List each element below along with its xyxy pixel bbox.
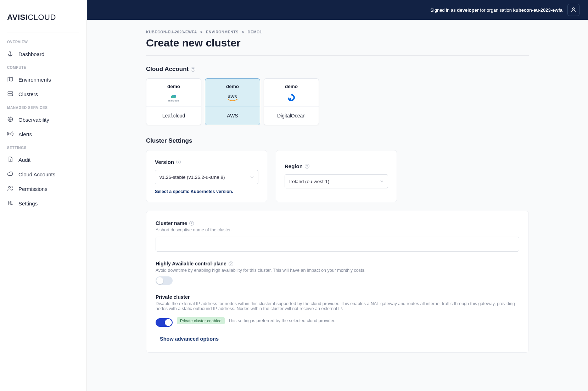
sidebar-group-managed: MANAGED SERVICES [7,106,79,110]
sidebar-item-label: Alerts [18,131,32,137]
user-icon [571,7,576,13]
svg-point-8 [11,204,12,205]
cluster-name-input[interactable] [156,237,519,252]
help-icon[interactable]: ? [305,164,309,169]
svg-point-0 [10,51,11,53]
map-icon [7,76,13,83]
sidebar-group-compute: COMPUTE [7,66,79,70]
region-select[interactable]: Ireland (eu-west-1) [285,174,388,188]
chevron-down-icon [379,179,384,184]
private-toggle[interactable] [156,318,173,327]
help-icon[interactable]: ? [191,67,195,72]
sidebar-item-label: Settings [18,200,38,206]
svg-point-7 [10,202,11,203]
sliders-icon [7,200,13,207]
digitalocean-logo-icon [267,93,316,103]
cloud-card-aws[interactable]: demo aws AWS [205,78,260,125]
section-cloud-account-title: Cloud Account ? [146,66,529,73]
sidebar-group-overview: OVERVIEW [7,40,79,44]
sidebar-item-label: Permissions [18,186,47,192]
ha-label: Highly Available control-plane ? [156,261,519,266]
title-divider [146,55,529,56]
cloud-account-cards: demo leafcloud Leaf.cloud demo aws [146,78,529,125]
sidebar-item-label: Observability [18,117,49,123]
sidebar-item-label: Dashboard [18,51,44,57]
svg-rect-2 [8,94,13,96]
header-signin-text: Signed in as developer for organisation … [430,7,562,13]
sidebar-item-alerts[interactable]: Alerts [7,127,79,142]
version-box: Version ? v1.26-stable (v1.26.2-u-ame.8)… [146,150,267,202]
sidebar-item-dashboard[interactable]: Dashboard [7,47,79,61]
globe-icon [7,116,13,123]
broadcast-icon [7,131,13,138]
svg-point-9 [572,7,574,9]
cloud-card-provider: AWS [205,106,260,125]
cluster-form-box: Cluster name ? A short descriptive name … [146,211,529,353]
private-desc: Disable the external IP address for node… [156,301,519,311]
cloud-icon [7,171,13,178]
cloud-card-leafcloud[interactable]: demo leafcloud Leaf.cloud [146,78,201,125]
page-title: Create new cluster [146,37,529,49]
breadcrumb: KUBECON-EU-2023-EWFA > ENVIRONMENTS > DE… [146,30,529,34]
cluster-name-desc: A short descriptive name of the cluster. [156,227,519,232]
header-bar: Signed in as developer for organisation … [87,0,588,20]
sidebar-item-audit[interactable]: Audit [7,153,79,167]
cloud-card-provider: Leaf.cloud [146,106,201,125]
svg-point-5 [9,186,10,188]
sidebar: AVISICLOUD OVERVIEW Dashboard COMPUTE En… [0,0,87,391]
help-icon[interactable]: ? [229,261,233,266]
ha-toggle[interactable] [156,276,173,285]
sidebar-item-environments[interactable]: Environments [7,72,79,87]
sidebar-item-cloud-accounts[interactable]: Cloud Accounts [7,167,79,182]
svg-rect-12 [288,99,289,100]
region-label: Region ? [285,163,388,169]
sidebar-item-permissions[interactable]: Permissions [7,182,79,196]
help-icon[interactable]: ? [189,221,194,226]
help-icon[interactable]: ? [176,160,181,164]
sidebar-item-settings[interactable]: Settings [7,196,79,211]
sidebar-group-settings: SETTINGS [7,146,79,150]
cluster-name-label: Cluster name ? [156,220,519,226]
chevron-down-icon [250,175,254,180]
aws-logo-icon: aws [208,93,257,103]
sidebar-item-label: Environments [18,77,51,83]
region-box: Region ? Ireland (eu-west-1) [276,150,397,202]
svg-rect-1 [8,92,13,93]
private-enabled-badge: Private cluster enabled [177,317,225,324]
cloud-card-digitalocean[interactable]: demo DigitalOcean [264,78,319,125]
leafcloud-logo-icon: leafcloud [149,93,198,103]
users-icon [7,185,13,193]
select-specific-version-link[interactable]: Select a specific Kubernetes version. [155,189,258,194]
version-select[interactable]: v1.26-stable (v1.26.2-u-ame.8) [155,170,258,184]
anchor-icon [7,50,13,58]
svg-rect-10 [290,98,291,100]
sidebar-item-observability[interactable]: Observability [7,112,79,127]
version-label: Version ? [155,159,258,165]
breadcrumb-org[interactable]: KUBECON-EU-2023-EWFA [146,30,197,34]
cloud-card-provider: DigitalOcean [264,106,319,125]
breadcrumb-demo1[interactable]: DEMO1 [248,30,262,34]
private-label: Private cluster [156,294,519,300]
server-icon [7,90,13,98]
sidebar-divider [7,33,79,33]
sidebar-item-label: Cloud Accounts [18,171,55,177]
file-icon [7,156,13,164]
user-menu-button[interactable] [567,4,579,16]
sidebar-item-label: Clusters [18,91,38,97]
ha-desc: Avoid downtime by enabling high availabi… [156,268,519,273]
private-pref-text: This setting is preferred by the selecte… [228,318,336,323]
svg-point-4 [10,133,11,134]
sidebar-item-clusters[interactable]: Clusters [7,87,79,101]
breadcrumb-environments[interactable]: ENVIRONMENTS [206,30,239,34]
show-advanced-link[interactable]: Show advanced options [156,336,519,342]
logo[interactable]: AVISICLOUD [7,9,79,33]
svg-point-6 [8,203,9,204]
section-cluster-settings-title: Cluster Settings [146,137,529,144]
svg-rect-11 [289,100,290,101]
sidebar-item-label: Audit [18,157,30,163]
